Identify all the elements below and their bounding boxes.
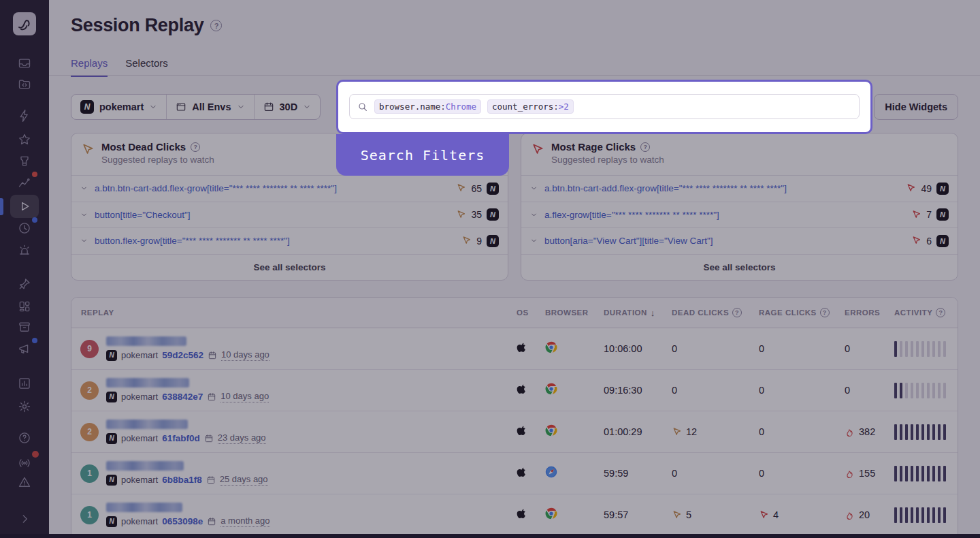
environment-filter-label: All Envs xyxy=(192,101,231,112)
replay-age[interactable]: a month ago xyxy=(220,516,270,527)
see-all-selectors-link[interactable]: See all selectors xyxy=(71,255,508,281)
apple-os-icon xyxy=(517,383,527,395)
widget-subtitle: Suggested replays to watch xyxy=(551,155,664,165)
help-icon xyxy=(18,431,31,445)
apple-os-icon xyxy=(517,341,527,353)
sentry-glyph xyxy=(16,16,33,32)
replay-id-link[interactable]: 59d2c562 xyxy=(162,350,203,360)
sidebar-item-replays[interactable] xyxy=(10,195,39,218)
selector-link[interactable]: a.btn.btn-cart-add.flex-grow[title="*** … xyxy=(95,183,449,193)
chevron-down-icon[interactable] xyxy=(80,185,88,192)
sidebar-item-dashboards[interactable] xyxy=(13,296,36,317)
sidebar-item-settings[interactable] xyxy=(13,396,36,417)
star-icon xyxy=(18,133,31,146)
replay-age[interactable]: 10 days ago xyxy=(221,349,270,361)
project-filter-label: pokemart xyxy=(99,101,144,112)
replay-age[interactable]: 10 days ago xyxy=(220,391,269,402)
table-row[interactable]: 2 N pokemart 638842e7 10 days ago 09:16:… xyxy=(71,370,958,411)
sidebar-item-starred[interactable] xyxy=(13,129,36,150)
replay-age[interactable]: 23 days ago xyxy=(218,432,266,444)
chevron-down-icon xyxy=(303,103,311,111)
col-replay[interactable]: Replay xyxy=(71,308,517,317)
sidebar-item-issues[interactable] xyxy=(13,53,36,74)
sidebar-item-projects[interactable] xyxy=(13,74,36,94)
project-filter[interactable]: N pokemart xyxy=(71,95,166,119)
sidebar-item-help[interactable] xyxy=(13,428,36,448)
click-count: 35 xyxy=(471,209,482,220)
chart-line-icon xyxy=(18,176,31,189)
nextjs-platform-icon: N xyxy=(106,475,117,486)
siren-icon xyxy=(18,244,31,257)
avatar: 9 xyxy=(80,340,99,358)
table-row[interactable]: 1 N pokemart 6b8ba1f8 25 days ago 59:59 … xyxy=(71,453,958,494)
sentry-logo-icon[interactable] xyxy=(13,12,36,35)
hide-widgets-button[interactable]: Hide Widgets xyxy=(874,94,958,120)
selector-link[interactable]: a.btn.btn-cart-add.flex-grow[title="*** … xyxy=(544,183,899,193)
col-duration[interactable]: Duration↓ xyxy=(604,308,672,318)
table-row[interactable]: 9 N pokemart 59d2c562 10 days ago 10:06:… xyxy=(71,328,958,370)
col-activity[interactable]: Activity? xyxy=(894,308,958,317)
calendar-icon xyxy=(206,475,216,485)
selector-link[interactable]: button[title="Checkout"] xyxy=(95,210,449,220)
chevron-down-icon[interactable] xyxy=(80,211,88,219)
sidebar-item-insights[interactable] xyxy=(13,172,36,193)
sidebar-item-alerts[interactable] xyxy=(13,240,36,261)
sort-desc-icon: ↓ xyxy=(651,308,655,318)
safari-browser-icon xyxy=(545,466,557,478)
selector-link[interactable]: button[aria="View Cart"][title="View Car… xyxy=(544,236,904,246)
replay-id-link[interactable]: 6b8ba1f8 xyxy=(162,475,202,485)
col-dead-clicks[interactable]: Dead Clicks? xyxy=(672,308,759,317)
sidebar-item-performance[interactable] xyxy=(13,106,36,126)
chevron-down-icon[interactable] xyxy=(530,211,538,219)
help-circle-icon[interactable]: ? xyxy=(640,142,650,152)
col-rage-clicks[interactable]: Rage Clicks? xyxy=(759,308,845,317)
sidebar xyxy=(0,0,49,538)
search-filter-token[interactable]: browser.name:Chrome xyxy=(374,99,481,114)
tab-selectors[interactable]: Selectors xyxy=(125,57,168,77)
chrome-browser-icon xyxy=(545,424,557,437)
date-range-filter[interactable]: 30D xyxy=(254,95,321,119)
selector-link[interactable]: a.flex-grow[title="*** **** ******* ** *… xyxy=(544,210,904,220)
replay-id-link[interactable]: 61fabf0d xyxy=(162,433,200,443)
chevron-down-icon[interactable] xyxy=(530,237,538,244)
duration: 59:59 xyxy=(604,468,672,479)
help-circle-icon[interactable]: ? xyxy=(191,142,200,152)
search-filter-token[interactable]: count_errors:>2 xyxy=(487,99,574,114)
col-os[interactable]: OS xyxy=(517,308,545,317)
table-row[interactable]: 2 N pokemart 61fabf0d 23 days ago 01:00:… xyxy=(71,411,958,453)
table-row[interactable]: 1 N pokemart 0653098e a month ago 59:57 … xyxy=(71,494,958,536)
sidebar-item-releases[interactable] xyxy=(13,151,36,172)
replay-id-link[interactable]: 638842e7 xyxy=(162,392,203,402)
help-circle-icon[interactable]: ? xyxy=(210,20,222,31)
replay-age[interactable]: 25 days ago xyxy=(220,474,268,486)
sidebar-collapse[interactable] xyxy=(13,509,36,529)
dead-click-cursor-icon xyxy=(672,427,682,437)
selector-link[interactable]: button.flex-grow[title="*** **** *******… xyxy=(95,236,455,246)
sidebar-item-whats-new[interactable] xyxy=(13,338,36,359)
sidebar-item-warnings[interactable] xyxy=(13,472,36,492)
click-count: 9 xyxy=(476,236,482,247)
bar-chart-icon xyxy=(18,377,31,390)
sidebar-item-history[interactable] xyxy=(13,218,36,238)
redacted-user-name xyxy=(106,378,189,387)
activity-bars xyxy=(894,383,958,398)
sidebar-item-service-status[interactable] xyxy=(13,453,36,473)
chevron-down-icon[interactable] xyxy=(80,237,88,244)
archive-box-icon xyxy=(18,320,31,334)
sidebar-item-archive[interactable] xyxy=(13,317,36,337)
avatar: 1 xyxy=(80,464,99,483)
see-all-selectors-link[interactable]: See all selectors xyxy=(521,255,958,281)
search-input[interactable]: browser.name:Chrome count_errors:>2 xyxy=(349,94,860,119)
sidebar-item-crons[interactable] xyxy=(13,274,36,294)
play-icon xyxy=(18,200,31,213)
errors-count: 20 xyxy=(845,509,894,520)
col-browser[interactable]: Browser xyxy=(545,308,604,317)
tab-replays[interactable]: Replays xyxy=(71,57,108,77)
fire-icon xyxy=(845,469,855,479)
environment-filter[interactable]: All Envs xyxy=(166,95,253,119)
nextjs-platform-icon: N xyxy=(106,350,117,361)
chevron-down-icon[interactable] xyxy=(530,185,538,192)
col-errors[interactable]: Errors xyxy=(845,308,894,317)
sidebar-item-stats[interactable] xyxy=(13,373,36,394)
replay-id-link[interactable]: 0653098e xyxy=(162,516,203,526)
